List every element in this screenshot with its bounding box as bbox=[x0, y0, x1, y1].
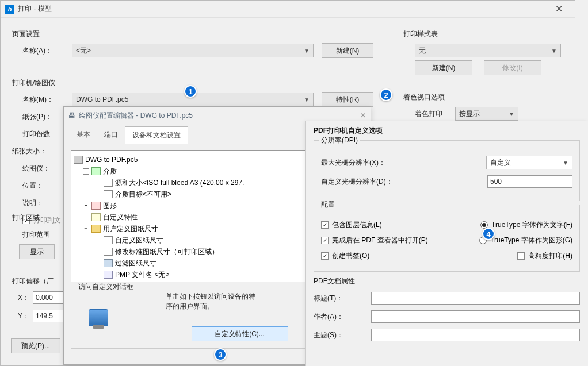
config-legend: 配置 bbox=[319, 200, 337, 210]
printer-icon: 🖶 bbox=[68, 111, 75, 120]
app-icon: h bbox=[5, 5, 14, 14]
plotter-illustration-icon bbox=[89, 309, 108, 326]
paper-icon bbox=[104, 248, 113, 256]
page-name-combo[interactable]: <无> ▼ bbox=[72, 44, 314, 57]
doc-props-legend: PDF文档属性 bbox=[314, 276, 580, 286]
folder-icon bbox=[91, 225, 101, 233]
preview-button[interactable]: 预览(P)... bbox=[11, 338, 60, 353]
offset-x-label: X： bbox=[18, 293, 33, 303]
collapse-icon[interactable]: − bbox=[83, 168, 89, 175]
pdf-author-input[interactable] bbox=[371, 310, 580, 323]
callout-badge-1: 1 bbox=[184, 85, 197, 98]
chevron-down-icon: ▼ bbox=[551, 48, 557, 54]
offset-y-label: Y： bbox=[18, 311, 33, 321]
filter-icon bbox=[104, 259, 113, 267]
offset-y-input[interactable]: 149.5 bbox=[33, 310, 64, 322]
source-size-icon bbox=[104, 179, 113, 187]
copies-label: 打印份数 bbox=[22, 129, 50, 139]
dpi-legend: 分辨率(DPI) bbox=[319, 136, 360, 145]
pmp-icon bbox=[104, 271, 113, 279]
paper-size-label: 纸张大小： bbox=[12, 147, 47, 156]
dpi-group: 分辨率(DPI) 最大光栅分辨率(X)： 自定义 ▼ 自定义光栅分辨率(D)： … bbox=[314, 140, 580, 201]
expand-icon[interactable]: + bbox=[83, 203, 89, 209]
plotter-icon bbox=[74, 156, 83, 164]
shade-plot-combo[interactable]: 按显示 ▼ bbox=[455, 107, 518, 121]
style-table-combo[interactable]: 无 ▼ bbox=[415, 44, 561, 57]
paper-icon bbox=[104, 236, 113, 244]
style-table-value: 无 bbox=[419, 46, 426, 56]
hi-precision-checkbox[interactable]: 高精度打印(H) bbox=[517, 251, 572, 261]
close-icon[interactable]: ✕ bbox=[360, 111, 366, 120]
chevron-down-icon: ▼ bbox=[304, 48, 310, 54]
custom-props-icon bbox=[91, 213, 101, 221]
shade-plot-label: 着色打印 bbox=[415, 109, 455, 119]
printer-name-label: 名称(M)： bbox=[22, 95, 72, 105]
bookmarks-checkbox[interactable]: ✓创建书签(O) bbox=[321, 251, 369, 261]
page-setup-new-button[interactable]: 新建(N) bbox=[322, 43, 373, 58]
pdf-title: PDF打印机自定义选项 bbox=[306, 121, 588, 137]
pdf-options-dialog: PDF打印机自定义选项 分辨率(DPI) 最大光栅分辨率(X)： 自定义 ▼ 自… bbox=[305, 121, 588, 366]
printer-props-button[interactable]: 特性(R) bbox=[322, 92, 373, 107]
tab-basic[interactable]: 基本 bbox=[70, 126, 97, 144]
tab-port[interactable]: 端口 bbox=[97, 126, 125, 144]
desc-label: 说明： bbox=[22, 198, 43, 208]
max-raster-label: 最大光栅分辨率(X)： bbox=[321, 158, 385, 168]
style-new-button[interactable]: 新建(N) bbox=[415, 60, 472, 75]
chevron-down-icon: ▼ bbox=[563, 160, 568, 166]
max-raster-value: 自定义 bbox=[490, 158, 511, 168]
page-setup-group: 页面设置 名称(A)： <无> ▼ 新建(N) bbox=[12, 29, 392, 61]
chevron-down-icon: ▼ bbox=[304, 97, 310, 103]
page-name-label: 名称(A)： bbox=[22, 46, 72, 56]
tt-text-radio[interactable]: TrueType 字体作为文字(F) bbox=[480, 220, 572, 230]
callout-badge-4: 4 bbox=[482, 228, 495, 240]
print-range-label: 打印范围 bbox=[22, 230, 50, 240]
show-button[interactable]: 显示 bbox=[19, 244, 55, 259]
graphics-icon bbox=[91, 202, 101, 210]
config-group: 配置 ✓包含图层信息(L) TrueType 字体作为文字(F) ✓完成后在 P… bbox=[314, 205, 580, 272]
plotter-label: 绘图仪： bbox=[22, 164, 50, 174]
print-area-group: 打印区域 打印范围 显示 bbox=[12, 213, 70, 262]
media-icon bbox=[91, 167, 101, 175]
callout-badge-3: 3 bbox=[214, 348, 227, 361]
offset-x-input[interactable]: 0.000 bbox=[33, 291, 64, 304]
custom-raster-input[interactable]: 500 bbox=[487, 175, 572, 188]
layers-checkbox[interactable]: ✓包含图层信息(L) bbox=[321, 220, 382, 230]
open-after-checkbox[interactable]: ✓完成后在 PDF 查看器中打开(P) bbox=[321, 236, 428, 245]
custom-raster-label: 自定义光栅分辨率(D)： bbox=[321, 177, 393, 187]
cfg-title: 绘图仪配置编辑器 - DWG to PDF.pc5 bbox=[79, 111, 360, 121]
pdf-title-label: 标题(T)： bbox=[314, 294, 371, 303]
pdf-subject-input[interactable] bbox=[371, 329, 580, 341]
shade-plot-value: 按显示 bbox=[459, 109, 480, 119]
viewport-legend: 着色视口选项 bbox=[403, 93, 570, 102]
collapse-icon[interactable]: − bbox=[83, 226, 89, 232]
location-label: 位置： bbox=[22, 181, 43, 191]
paper-label: 纸张(P)： bbox=[22, 112, 52, 122]
page-setup-legend: 页面设置 bbox=[12, 29, 392, 39]
pdf-subject-label: 主题(S)： bbox=[314, 330, 371, 340]
custom-props-button[interactable]: 自定义特性(C)... bbox=[192, 326, 288, 341]
window-title: 打印 - 模型 bbox=[18, 4, 547, 14]
printer-name-value: DWG to PDF.pc5 bbox=[76, 95, 128, 103]
viewport-group: 着色视口选项 着色打印 按显示 ▼ bbox=[403, 93, 570, 124]
print-area-legend: 打印区域 bbox=[12, 213, 70, 223]
page-name-value: <无> bbox=[76, 46, 91, 56]
close-icon[interactable]: ✕ bbox=[547, 3, 570, 14]
access-legend: 访问自定义对话框 bbox=[76, 282, 136, 292]
style-table-legend: 打印样式表 bbox=[403, 29, 564, 39]
printer-legend: 打印机/绘图仪 bbox=[12, 78, 392, 88]
tab-device-doc[interactable]: 设备和文档设置 bbox=[125, 126, 188, 144]
chevron-down-icon: ▼ bbox=[509, 111, 514, 117]
doc-props-group: PDF文档属性 标题(T)： 作者(A)： 主题(S)： bbox=[314, 276, 580, 341]
pdf-title-input[interactable] bbox=[371, 292, 580, 305]
titlebar: h 打印 - 模型 ✕ bbox=[1, 1, 575, 18]
pdf-author-label: 作者(A)： bbox=[314, 312, 371, 322]
style-modify-button[interactable]: 修改(I) bbox=[484, 60, 541, 75]
dest-icon bbox=[104, 190, 113, 198]
style-table-group: 打印样式表 无 ▼ 新建(N) 修改(I) bbox=[403, 29, 564, 78]
max-raster-combo[interactable]: 自定义 ▼ bbox=[486, 156, 572, 169]
callout-badge-2: 2 bbox=[380, 88, 392, 101]
